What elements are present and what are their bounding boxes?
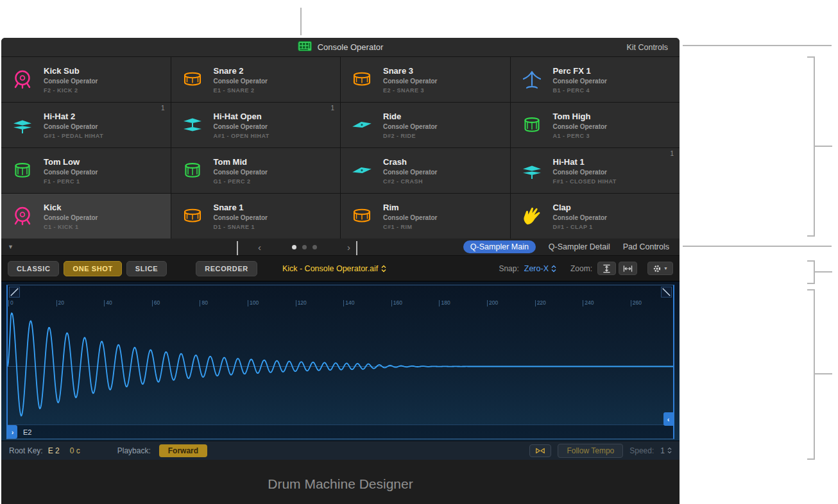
fade-out-handle[interactable] [661,287,672,298]
kick-drum-icon [11,205,34,228]
pad-subtitle: Console Operator [553,214,607,221]
callout-line [814,146,832,147]
pad-key-label: A1 - PERC 3 [553,133,607,139]
pad-name: Tom High [553,112,607,121]
speed-value-popup[interactable]: 1 [660,446,672,455]
snare-drum-icon [181,68,204,91]
pad-subtitle: Console Operator [553,78,607,85]
tab-q-sampler-detail[interactable]: Q-Sampler Detail [549,242,610,251]
mode-buttons: CLASSICONE SHOTSLICE [8,261,171,276]
loop-button[interactable] [529,444,551,457]
drum-pad[interactable]: Tom Mid Console Operator G1 - PERC 2 [171,148,341,193]
callout-line [807,289,814,290]
callout-line [814,289,815,460]
drum-pad[interactable]: Clap Console Operator D#1 - CLAP 1 [511,194,680,239]
popup-chevrons-icon [551,265,556,273]
pad-badge: 1 [670,150,674,157]
follow-tempo-button[interactable]: Follow Tempo [558,444,623,458]
pad-grid: Kick Sub Console Operator F2 - KICK 2 Sn… [1,57,680,239]
mode-button-classic[interactable]: CLASSIC [8,261,59,276]
ruler-tick-label: 140 [345,299,354,306]
drum-pad[interactable]: Tom Low Console Operator F1 - PERC 1 [1,148,171,193]
pad-key-label: C1 - KICK 1 [44,224,98,230]
page-prev-button[interactable]: ‹ [255,242,264,252]
pad-name: Ride [383,112,437,121]
pad-name: Tom Low [44,157,98,167]
sample-start-marker[interactable]: › [8,425,17,439]
pad-subtitle: Console Operator [383,169,437,176]
disclosure-triangle-icon[interactable]: ▼ [8,244,13,250]
tom-drum-icon [520,113,543,137]
pad-name: Perc FX 1 [553,66,607,76]
pad-name: Snare 1 [214,203,268,212]
vertical-zoom-icon [602,264,611,273]
editor-tabs: Q-Sampler MainQ-Sampler DetailPad Contro… [463,240,669,253]
pad-key-label: F#1 - CLOSED HIHAT [553,178,617,185]
sample-file-popup[interactable]: Kick - Console Operator.aif [282,264,386,273]
drum-pad[interactable]: Crash Console Operator C#2 - CRASH [341,148,510,193]
snare-drum-icon [350,205,373,228]
page-dot[interactable] [292,245,296,249]
vertical-zoom-button[interactable] [597,262,616,275]
drum-pad[interactable]: Tom High Console Operator A1 - PERC 3 [511,103,680,147]
pad-subtitle: Console Operator [44,214,98,221]
drum-pad[interactable]: Ride Console Operator D#2 - RIDE [341,103,510,147]
zoom-label: Zoom: [570,264,592,273]
clap-icon [520,205,543,228]
snare-drum-icon [350,68,373,91]
callout-line [814,373,832,374]
pad-subtitle: Console Operator [44,123,103,130]
pad-name: Rim [383,203,437,212]
fade-in-handle[interactable] [9,287,20,298]
action-menu-button[interactable]: ▼ [647,262,673,275]
page-dot[interactable] [302,245,307,249]
drum-machine-icon [298,41,312,54]
perc-fx-icon [520,68,543,91]
plugin-header: Console Operator Kit Controls [1,38,680,57]
drum-pad[interactable]: Snare 2 Console Operator E1 - SNARE 2 [171,57,341,102]
drum-pad[interactable]: Snare 1 Console Operator D1 - SNARE 1 [171,194,341,239]
tab-pad-controls[interactable]: Pad Controls [623,242,669,251]
pad-key-label: E2 - SNARE 3 [383,87,437,94]
pad-subtitle: Console Operator [214,123,269,130]
ruler-tick-label: 80 [201,299,207,306]
tune-cents-value[interactable]: 0 c [70,446,80,455]
horizontal-zoom-button[interactable] [619,262,637,275]
pad-key-label: B1 - PERC 4 [553,87,607,94]
tab-q-sampler-main[interactable]: Q-Sampler Main [463,240,536,253]
drum-pad[interactable]: Snare 3 Console Operator E2 - SNARE 3 [341,57,510,102]
pad-key-label: C#2 - CRASH [383,178,437,185]
recorder-button[interactable]: RECORDER [196,261,257,276]
drum-pad[interactable]: Perc FX 1 Console Operator B1 - PERC 4 [511,57,680,102]
page-dot[interactable] [312,245,317,249]
popup-chevrons-icon [381,265,386,273]
pad-subtitle: Console Operator [44,78,98,85]
zone-strip: E2 [8,424,673,439]
waveform-plot[interactable] [8,309,673,424]
kit-controls-button[interactable]: Kit Controls [626,43,668,52]
drum-pad[interactable]: Hi-Hat 1 Console Operator F#1 - CLOSED H… [511,148,680,193]
pad-key-label: F1 - PERC 1 [44,178,98,185]
sample-end-marker[interactable]: ‹ [663,412,673,426]
drum-pad[interactable]: Rim Console Operator C#1 - RIM [341,194,510,239]
drum-pad[interactable]: Kick Console Operator C1 - KICK 1 [1,194,171,239]
pad-name: Hi-Hat Open [214,112,269,121]
mode-button-one-shot[interactable]: ONE SHOT [64,261,121,276]
snap-popup[interactable]: Zero-X [524,264,556,273]
kick-drum-icon [11,68,34,91]
root-key-label: Root Key: [9,446,43,455]
drum-pad[interactable]: Hi-Hat Open Console Operator A#1 - OPEN … [171,103,341,147]
pad-subbar: ▼ ‹ › Q-Sampler MainQ-Sampler DetailPad … [1,239,680,256]
root-key-value[interactable]: E 2 [48,446,60,455]
page-next-button[interactable]: › [345,242,353,252]
hihat-closed-icon [11,113,34,137]
mode-button-slice[interactable]: SLICE [126,261,167,276]
drum-pad[interactable]: Hi-Hat 2 Console Operator G#1 - PEDAL HI… [1,103,171,147]
pad-badge: 1 [330,105,334,112]
drum-pad[interactable]: Kick Sub Console Operator F2 - KICK 2 [1,57,171,102]
pad-key-label: G#1 - PEDAL HIHAT [44,133,103,139]
tom-drum-icon [181,159,204,182]
playback-mode-button[interactable]: Forward [159,444,207,457]
cymbal-icon [350,159,373,182]
callout-line [300,8,302,35]
